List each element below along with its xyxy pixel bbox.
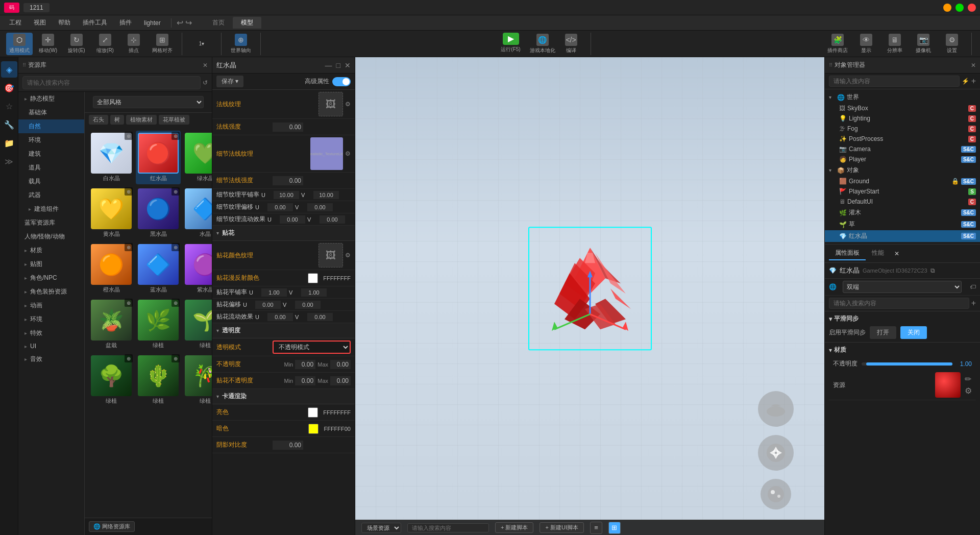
align-tool[interactable]: ⊞ 网格对齐	[149, 33, 176, 55]
material-resource-gear-icon[interactable]: ⚙	[965, 386, 972, 396]
material-resource-edit-icon[interactable]: ✏	[965, 374, 972, 384]
decal-offset-u[interactable]	[255, 301, 281, 309]
mode-tool[interactable]: ⬡ 通用模式	[6, 33, 33, 55]
filter-icon[interactable]: ⚡	[962, 78, 969, 85]
cat-material[interactable]: ▸ 材质	[18, 244, 84, 257]
side-object-icon[interactable]: ☆	[1, 98, 17, 114]
detail-offset-v[interactable]	[307, 203, 333, 211]
copy-id-button[interactable]: ⧉	[930, 267, 935, 274]
cat-animation[interactable]: ▸ 动画	[18, 299, 84, 312]
scale-tool[interactable]: ⤢ 缩放(R)	[92, 33, 118, 55]
grid-view-button[interactable]: ⊞	[608, 522, 621, 534]
skybox-item[interactable]: 🖼 SkyBox C	[825, 103, 980, 113]
cartoon-section-header[interactable]: ▾ 卡通渲染	[212, 389, 355, 404]
decal-tiling-v[interactable]	[301, 288, 327, 297]
cat-npc[interactable]: ▸ 角色/NPC	[18, 271, 84, 285]
side-expand-icon[interactable]: ≫	[1, 153, 17, 169]
cat-construct[interactable]: ▸ 建造组件	[18, 202, 84, 216]
add-object-button[interactable]: +	[971, 77, 976, 86]
detail-strength-input[interactable]	[273, 176, 303, 185]
asset-item-plant1[interactable]: 🌿 ⊕ 绿植	[136, 298, 181, 351]
cat-vehicle[interactable]: 载具	[18, 175, 84, 188]
grass-item[interactable]: 🌱 草 S&C	[825, 218, 980, 230]
scene-resource-dropdown[interactable]: 场景资源	[361, 523, 401, 533]
menu-project[interactable]: 工程	[4, 17, 27, 29]
count-selector[interactable]: 1▾	[188, 33, 215, 55]
style-select[interactable]: 全部风格	[93, 96, 204, 108]
tab-home[interactable]: 首页	[204, 17, 233, 29]
undo-button[interactable]: ↩	[177, 18, 183, 28]
asset-item-orange-crystal[interactable]: 🟠 ⊕ 橙水晶	[89, 242, 134, 296]
cat-texture[interactable]: ▸ 贴图	[18, 257, 84, 271]
add-attr-button[interactable]: +	[971, 299, 976, 308]
normal-strength-input[interactable]	[273, 123, 303, 132]
decal-texture-gear-icon[interactable]: ⚙	[345, 252, 351, 259]
move-tool[interactable]: ✛ 移动(W)	[35, 33, 61, 55]
redo-button[interactable]: ↪	[185, 18, 192, 28]
tab-attributes[interactable]: 属性面板	[829, 247, 866, 260]
zoom-icon[interactable]: ⊕	[172, 299, 180, 307]
material-resource-thumb[interactable]	[935, 372, 961, 398]
zoom-icon[interactable]: ⊕	[125, 187, 133, 196]
zoom-icon[interactable]: ⊕	[172, 132, 180, 140]
cat-characters[interactable]: 人物/怪物/动物	[18, 230, 84, 244]
lighting-item[interactable]: 💡 Lighting C	[825, 113, 980, 124]
locale-tool[interactable]: 🌐 游戏本地化	[529, 33, 556, 55]
zoom-icon[interactable]: ⊕	[125, 299, 133, 307]
material-panel-close[interactable]: ✕	[345, 61, 351, 69]
decal-flow-v[interactable]	[307, 313, 333, 321]
ground-item[interactable]: 🟫 Ground 🔒 S&C	[825, 176, 980, 186]
opacity-min-input[interactable]	[295, 360, 315, 369]
asset-item-plant5[interactable]: 🎋 ⊕ 绿植	[183, 353, 212, 407]
asset-item-yellow-crystal[interactable]: 💛 ⊕ 黄水晶	[89, 186, 134, 240]
cat-nature[interactable]: 自然	[18, 119, 84, 133]
run-button[interactable]: ▶ 运行(F5)	[495, 33, 527, 55]
cat-base[interactable]: 基础体	[18, 106, 84, 119]
attr-panel-close[interactable]: ✕	[894, 250, 899, 257]
contrast-input[interactable]	[273, 441, 303, 450]
cat-sound[interactable]: ▸ 音效	[18, 352, 84, 366]
opacity-bar[interactable]	[862, 362, 952, 366]
filter-stone[interactable]: 石头	[89, 115, 108, 125]
side-plugin-icon[interactable]: 🔧	[1, 116, 17, 133]
fog-item[interactable]: 🌫 Fog C	[825, 124, 980, 134]
asset-item-plant3[interactable]: 🌳 ⊕ 绿植	[89, 353, 134, 407]
bright-color-swatch[interactable]	[308, 407, 318, 418]
transparency-mode-select[interactable]: 不透明模式	[273, 341, 351, 354]
decal-flow-u[interactable]	[267, 313, 293, 321]
world-axis-tool[interactable]: ⊕ 世界轴向	[228, 33, 254, 55]
cat-props[interactable]: 道具	[18, 161, 84, 175]
zoom-icon[interactable]: ⊕	[125, 132, 133, 140]
decal-offset-v[interactable]	[295, 301, 321, 309]
list-view-button[interactable]: ≡	[590, 522, 602, 534]
minimize-button[interactable]	[943, 4, 951, 12]
game-btn-move[interactable]	[758, 435, 794, 471]
menu-plugin-tools[interactable]: 插件工具	[78, 17, 112, 29]
asset-search-refresh-icon[interactable]: ↺	[203, 79, 208, 86]
filter-plant[interactable]: 植物素材	[126, 115, 157, 125]
camera-item[interactable]: 📷 Camera S&C	[825, 144, 980, 154]
decal-opacity-max[interactable]	[330, 376, 351, 385]
maximize-button[interactable]	[955, 4, 964, 12]
zoom-icon[interactable]: ⊕	[172, 187, 180, 196]
decal-opacity-min[interactable]	[295, 376, 315, 385]
asset-item-crystal[interactable]: 🔷 ⊕ 水晶	[183, 186, 212, 240]
cat-blue-army[interactable]: 蓝军资源库	[18, 216, 84, 230]
side-select[interactable]: 双端	[843, 281, 962, 293]
zoom-icon[interactable]: ⊕	[125, 243, 133, 251]
player-item[interactable]: 🧑 Player S&C	[825, 154, 980, 164]
cat-environment[interactable]: 环境	[18, 133, 84, 147]
cat-building[interactable]: 建筑	[18, 147, 84, 161]
defaultui-item[interactable]: 🖥 DefaultUI C	[825, 197, 980, 207]
tag-icon[interactable]: 🏷	[970, 283, 976, 290]
side-local-icon[interactable]: 📁	[1, 135, 17, 151]
camera-tool[interactable]: 📷 摄像机	[910, 33, 937, 55]
opacity-max-input[interactable]	[330, 360, 351, 369]
playerstart-item[interactable]: 🚩 PlayerStart S	[825, 186, 980, 197]
resolution-tool[interactable]: 🖥 分辨率	[881, 33, 908, 55]
detail-texture-preview[interactable]: T_Realistic_TextureLibra...	[310, 137, 343, 170]
filter-flower[interactable]: 花草植被	[159, 115, 189, 125]
dark-color-swatch[interactable]	[308, 424, 318, 434]
net-resource-button[interactable]: 🌐 网络资源库	[89, 521, 135, 532]
tab-performance[interactable]: 性能	[866, 247, 890, 260]
